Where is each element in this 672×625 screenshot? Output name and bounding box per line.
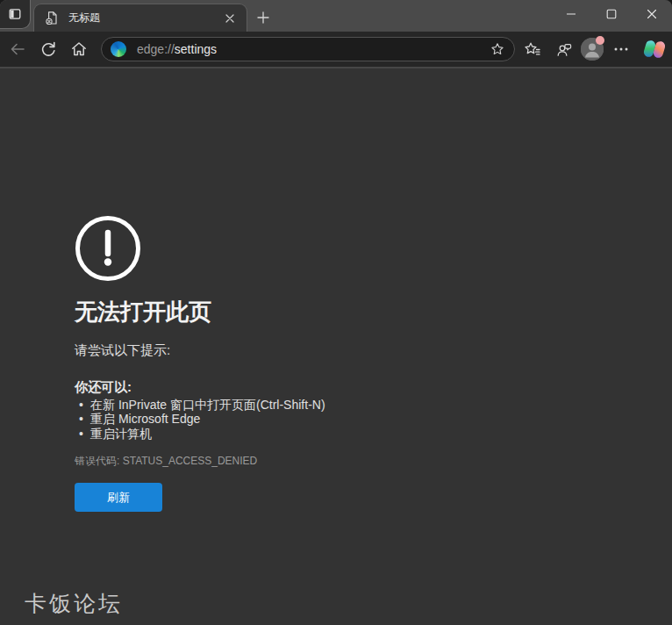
error-code-label: 错误代码: xyxy=(75,455,119,467)
back-arrow-icon xyxy=(9,40,26,58)
page-error-favicon xyxy=(45,11,60,25)
refresh-page-button[interactable]: 刷新 xyxy=(75,483,162,512)
error-block: 无法打开此页 请尝试以下提示: 你还可以: 在新 InPrivate 窗口中打开… xyxy=(75,215,566,512)
close-icon xyxy=(225,14,234,23)
tab-actions-icon xyxy=(8,7,22,21)
avatar xyxy=(581,38,604,61)
minimize-icon xyxy=(566,9,576,19)
edge-logo-icon xyxy=(111,41,126,57)
browser-tab[interactable]: 无标题 xyxy=(33,4,247,32)
notification-badge xyxy=(596,36,604,45)
home-button[interactable] xyxy=(69,40,89,59)
error-code-value: STATUS_ACCESS_DENIED xyxy=(123,455,258,467)
copilot-button[interactable] xyxy=(644,39,665,60)
home-icon xyxy=(70,40,88,58)
bookmark-this-page-button[interactable] xyxy=(488,40,507,59)
options-heading: 你还可以: xyxy=(75,379,566,394)
minimize-button[interactable] xyxy=(551,0,591,28)
window-controls xyxy=(551,0,672,32)
maximize-button[interactable] xyxy=(591,0,632,28)
url-text: edge://settings xyxy=(137,42,488,56)
copilot-icon xyxy=(644,39,665,60)
tab-title: 无标题 xyxy=(68,11,222,25)
watermark-text: 卡饭论坛 xyxy=(25,589,123,618)
url-scheme: edge:// xyxy=(137,42,175,56)
favorites-star-list-icon xyxy=(524,40,541,58)
close-icon xyxy=(647,9,657,19)
star-icon xyxy=(490,41,505,57)
refresh-button[interactable] xyxy=(39,40,58,59)
browser-window: 无标题 xyxy=(0,0,672,625)
favorites-button[interactable] xyxy=(523,40,542,59)
error-subtitle: 请尝试以下提示: xyxy=(75,342,566,357)
maximize-icon xyxy=(606,9,617,19)
error-code-line: 错误代码: STATUS_ACCESS_DENIED xyxy=(75,456,566,467)
tab-strip: 无标题 xyxy=(0,0,672,32)
option-item: 重启计算机 xyxy=(75,427,566,441)
address-bar[interactable]: edge://settings xyxy=(101,37,515,61)
options-list: 在新 InPrivate 窗口中打开页面(Ctrl-Shift-N) 重启 Mi… xyxy=(75,398,566,441)
error-title: 无法打开此页 xyxy=(75,298,566,325)
option-item: 重启 Microsoft Edge xyxy=(75,412,566,426)
new-tab-button[interactable] xyxy=(254,8,273,27)
alert-circle-icon xyxy=(75,215,566,282)
url-path: settings xyxy=(175,42,217,56)
browser-essentials-button[interactable] xyxy=(554,40,574,59)
ellipsis-icon xyxy=(613,41,629,57)
tab-actions-menu-button[interactable] xyxy=(0,0,31,29)
profile-button[interactable] xyxy=(581,38,604,61)
error-page-content: 无法打开此页 请尝试以下提示: 你还可以: 在新 InPrivate 窗口中打开… xyxy=(0,68,672,625)
close-window-button[interactable] xyxy=(632,0,672,28)
back-button[interactable] xyxy=(8,40,27,59)
option-item: 在新 InPrivate 窗口中打开页面(Ctrl-Shift-N) xyxy=(75,398,566,412)
navigation-bar: edge://settings xyxy=(0,32,672,67)
refresh-icon xyxy=(39,40,57,58)
plus-icon xyxy=(257,11,269,24)
settings-and-more-button[interactable] xyxy=(611,40,631,59)
person-chat-icon xyxy=(555,40,573,58)
tab-close-button[interactable] xyxy=(222,11,238,26)
